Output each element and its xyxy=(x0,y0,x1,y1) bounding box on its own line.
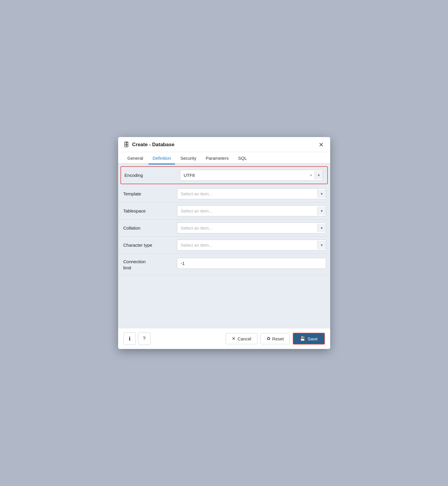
cancel-icon: ✕ xyxy=(232,336,236,341)
reset-label: Reset xyxy=(272,336,284,341)
tablespace-dropdown-button[interactable]: ▾ xyxy=(318,207,326,215)
reset-icon: ♻ xyxy=(267,336,270,341)
encoding-input[interactable] xyxy=(180,170,308,180)
tab-parameters[interactable]: Parameters xyxy=(202,153,233,164)
close-button[interactable]: ✕ xyxy=(318,141,325,148)
connection-limit-input[interactable] xyxy=(177,258,326,269)
encoding-clear-button[interactable]: × xyxy=(308,173,315,177)
collation-select[interactable]: Select an item... ▾ xyxy=(177,223,326,233)
title-bar: 🗄 Create - Database ✕ xyxy=(118,137,330,152)
tab-definition[interactable]: Definition xyxy=(148,153,175,164)
cancel-button[interactable]: ✕ Cancel xyxy=(226,333,257,344)
character-type-row: Character type Select an item... ▾ xyxy=(118,237,330,254)
encoding-label: Encoding xyxy=(121,169,180,182)
collation-control: Select an item... ▾ xyxy=(177,220,330,236)
template-placeholder: Select an item... xyxy=(177,189,318,199)
character-type-label: Character type xyxy=(118,238,177,252)
dialog-title: Create - Database xyxy=(132,142,175,148)
connection-limit-control xyxy=(177,254,330,272)
encoding-dropdown-button[interactable]: ▾ xyxy=(315,171,323,179)
reset-button[interactable]: ♻ Reset xyxy=(260,333,290,344)
footer-right: ✕ Cancel ♻ Reset 💾 Save xyxy=(226,333,325,345)
create-database-dialog: 🗄 Create - Database ✕ General Definition… xyxy=(118,137,330,349)
form-area: Encoding × ▾ Template Select an item... … xyxy=(118,164,330,328)
connection-limit-row: Connection limit xyxy=(118,254,330,275)
database-icon: 🗄 xyxy=(123,141,129,148)
collation-placeholder: Select an item... xyxy=(177,223,318,233)
tab-sql[interactable]: SQL xyxy=(234,153,251,164)
save-icon: 💾 xyxy=(300,336,305,341)
character-type-dropdown-button[interactable]: ▾ xyxy=(318,241,326,249)
tablespace-label: Tablespace xyxy=(118,204,177,218)
template-dropdown-button[interactable]: ▾ xyxy=(318,190,326,198)
collation-label: Collation xyxy=(118,221,177,235)
character-type-placeholder: Select an item... xyxy=(177,240,318,250)
save-button[interactable]: 💾 Save xyxy=(293,333,325,345)
tablespace-row: Tablespace Select an item... ▾ xyxy=(118,202,330,220)
cancel-label: Cancel xyxy=(237,336,251,341)
collation-row: Collation Select an item... ▾ xyxy=(118,220,330,237)
character-type-control: Select an item... ▾ xyxy=(177,237,330,253)
template-label: Template xyxy=(118,187,177,200)
help-button[interactable]: ? xyxy=(138,332,151,345)
info-button[interactable]: ℹ xyxy=(123,332,136,345)
template-control: Select an item... ▾ xyxy=(177,185,330,202)
encoding-row: Encoding × ▾ xyxy=(120,166,328,184)
footer: ℹ ? ✕ Cancel ♻ Reset 💾 Save xyxy=(118,328,330,349)
encoding-control: × ▾ xyxy=(180,167,327,184)
tablespace-placeholder: Select an item... xyxy=(177,206,318,216)
tablespace-control: Select an item... ▾ xyxy=(177,202,330,219)
collation-dropdown-button[interactable]: ▾ xyxy=(318,224,326,232)
encoding-input-group: × ▾ xyxy=(180,170,323,181)
connection-limit-label: Connection limit xyxy=(118,254,177,274)
character-type-select[interactable]: Select an item... ▾ xyxy=(177,240,326,251)
tab-bar: General Definition Security Parameters S… xyxy=(118,152,330,164)
template-row: Template Select an item... ▾ xyxy=(118,185,330,202)
form-spacer xyxy=(118,275,330,328)
template-select[interactable]: Select an item... ▾ xyxy=(177,188,326,199)
tab-security[interactable]: Security xyxy=(176,153,200,164)
save-label: Save xyxy=(308,336,318,341)
tablespace-select[interactable]: Select an item... ▾ xyxy=(177,205,326,216)
footer-left: ℹ ? xyxy=(123,332,151,345)
tab-general[interactable]: General xyxy=(123,153,147,164)
title-bar-left: 🗄 Create - Database xyxy=(123,141,175,148)
